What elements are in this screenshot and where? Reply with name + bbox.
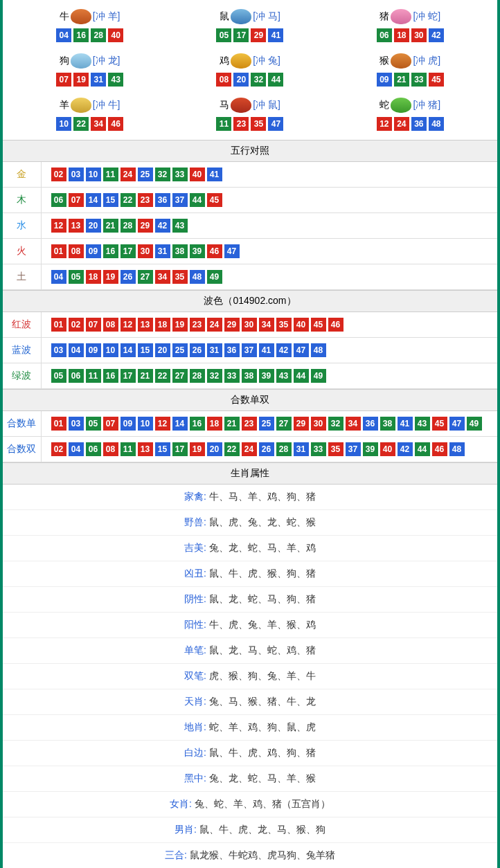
attr-label: 双笔: [184,670,206,681]
num-ball: 38 [380,417,395,431]
num-ball: 07 [86,318,101,332]
attr-label: 吉美: [184,542,206,553]
zodiac-conflict: [冲 鼠] [253,99,280,111]
num-ball: 47 [268,117,283,131]
num-ball: 33 [224,369,240,383]
num-ball: 49 [311,369,326,383]
attr-row: 女肖:兔、蛇、羊、鸡、猪（五宫肖） [3,792,497,817]
num-ball: 41 [268,28,283,42]
num-ball: 03 [69,168,84,181]
table-row: 火0108091617303138394647 [3,239,497,264]
row-label: 水 [3,213,41,239]
attr-value: 兔、马、猴、猪、牛、龙 [209,696,316,707]
row-label: 木 [3,188,41,213]
zodiac-animal-icon [391,9,411,24]
num-ball: 42 [276,343,292,357]
num-ball: 44 [294,369,309,383]
num-ball: 04 [56,28,71,42]
zodiac-animal-icon [391,53,411,69]
num-ball: 15 [155,442,170,456]
num-ball: 01 [51,417,66,431]
num-ball: 47 [449,417,465,431]
num-ball: 45 [432,417,447,431]
num-ball: 15 [138,343,153,357]
zodiac-name: 蛇 [380,99,389,111]
num-ball: 48 [190,270,205,284]
num-ball: 28 [276,442,292,456]
num-ball: 38 [242,369,257,383]
attr-row: 野兽:鼠、虎、兔、龙、蛇、猴 [3,510,497,536]
num-ball: 18 [86,270,101,284]
num-ball: 47 [294,343,309,357]
num-ball: 47 [224,244,240,258]
num-ball: 45 [311,318,326,332]
attr-value: 兔、蛇、羊、鸡、猪（五宫肖） [195,798,330,809]
row-label: 合数双 [3,437,41,462]
num-ball: 46 [432,442,447,456]
attr-value: 鼠、龙、马、蛇、鸡、猪 [209,644,316,655]
num-ball: 11 [216,117,231,131]
attr-value: 鼠龙猴、牛蛇鸡、虎马狗、兔羊猪 [190,849,335,860]
attr-label: 女肖: [170,798,192,809]
num-ball: 48 [311,343,326,357]
num-ball: 22 [120,193,136,207]
num-ball: 02 [51,168,66,181]
num-ball: 13 [138,318,153,332]
num-ball: 14 [120,343,136,357]
zodiac-header: 猴[冲 虎] [334,53,487,69]
num-ball: 17 [120,244,136,258]
zodiac-name: 羊 [60,99,69,111]
num-ball: 34 [259,318,274,332]
zodiac-header: 鼠[冲 马] [173,9,326,24]
attr-row: 阳性:牛、虎、兔、羊、猴、鸡 [3,613,497,638]
num-ball: 13 [69,219,84,233]
attr-row: 凶丑:鼠、牛、虎、猴、狗、猪 [3,561,497,587]
num-ball: 33 [411,73,427,87]
num-ball: 12 [120,318,136,332]
bose-table: 红波0102070812131819232429303435404546蓝波03… [3,312,497,389]
num-ball: 40 [108,28,123,42]
num-ball: 42 [155,219,170,233]
zodiac-conflict: [冲 蛇] [413,10,440,23]
num-ball: 39 [190,244,205,258]
num-ball: 19 [190,442,205,456]
section-header-attr: 生肖属性 [3,462,497,485]
num-ball: 24 [120,168,136,181]
table-row: 蓝波03040910141520252631363741424748 [3,338,497,363]
num-ball: 22 [155,369,170,383]
zodiac-header: 羊[冲 牛] [13,98,166,113]
attr-label: 黑中: [184,772,206,784]
num-ball: 13 [138,442,153,456]
num-ball: 07 [103,417,118,431]
attr-row: 阴性:鼠、龙、蛇、马、狗、猪 [3,587,497,613]
attr-label: 单笔: [184,644,206,655]
attr-label: 阳性: [184,619,206,630]
num-ball: 38 [172,244,188,258]
zodiac-cell: 狗[冲 龙]07193143 [10,48,170,92]
num-ball: 11 [86,369,101,383]
num-ball: 31 [91,73,106,87]
attr-row: 白边:鼠、牛、虎、鸡、狗、猪 [3,741,497,766]
num-ball: 16 [103,369,118,383]
num-ball: 30 [311,417,326,431]
num-ball: 20 [86,219,101,233]
zodiac-conflict: [冲 猪] [413,99,440,111]
zodiac-cell: 马[冲 鼠]11233547 [170,92,330,136]
num-ball: 23 [233,117,249,131]
num-ball: 34 [155,270,170,284]
num-ball: 19 [103,270,118,284]
num-ball: 48 [449,442,465,456]
num-ball: 29 [138,219,153,233]
num-ball: 34 [91,117,106,131]
table-row: 水1213202128294243 [3,213,497,239]
attr-row: 双笔:虎、猴、狗、兔、羊、牛 [3,664,497,689]
num-ball: 16 [73,28,89,42]
num-ball: 44 [268,73,283,87]
row-label: 红波 [3,312,41,338]
num-ball: 26 [259,442,274,456]
attr-row: 黑中:兔、龙、蛇、马、羊、猴 [3,766,497,792]
row-label: 蓝波 [3,338,41,363]
num-ball: 23 [242,417,257,431]
wuxing-table: 金02031011242532334041木060714152223363744… [3,162,497,290]
num-ball: 30 [242,318,257,332]
